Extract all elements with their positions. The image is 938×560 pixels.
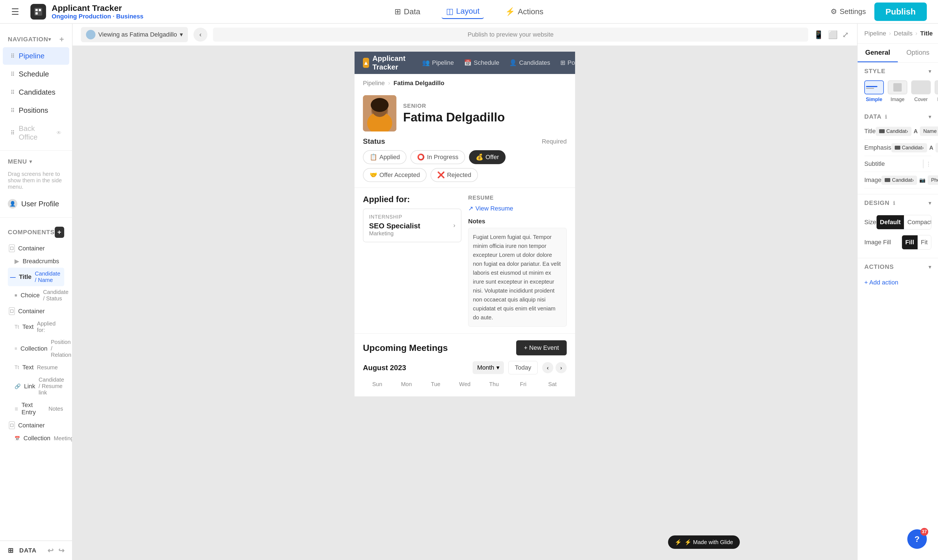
- status-pill-rejected[interactable]: ❌ Rejected: [431, 168, 478, 182]
- simple-preview: [864, 80, 884, 94]
- component-breadcrumbs[interactable]: ▶ Breadcrumbs: [8, 255, 64, 268]
- component-container-3[interactable]: □ Container: [8, 419, 64, 432]
- style-option-image[interactable]: Image: [888, 80, 907, 102]
- style-option-simple[interactable]: Simple: [864, 80, 884, 102]
- photo-icon: 📷: [919, 177, 926, 183]
- size-default[interactable]: Default: [876, 215, 904, 229]
- month-select[interactable]: Month ▾: [473, 361, 504, 374]
- tablet-icon[interactable]: ⬜: [828, 30, 838, 39]
- subtitle-input[interactable]: [923, 159, 924, 168]
- style-section-header: Style ▾: [858, 63, 938, 78]
- add-nav-icon[interactable]: +: [60, 35, 64, 44]
- back-arrow-button[interactable]: ‹: [194, 28, 208, 42]
- data-row-title: Title Candidat› A Name ▾: [864, 123, 931, 140]
- design-toggle[interactable]: ▾: [929, 200, 931, 206]
- add-action-button[interactable]: + Add action: [864, 276, 931, 289]
- style-toggle[interactable]: ▾: [929, 68, 931, 75]
- component-container-1[interactable]: □ Container: [8, 242, 64, 255]
- data-toggle[interactable]: ▾: [929, 113, 931, 120]
- notes-text[interactable]: Fugiat Lorem fugiat qui. Tempor minim of…: [468, 228, 567, 327]
- glide-badge[interactable]: ⚡ ⚡ Made with Glide: [668, 535, 740, 549]
- component-collection[interactable]: ≡ Collection Position / Relation: [8, 336, 64, 361]
- style-option-profile[interactable]: Profile: [935, 80, 938, 102]
- sidebar-item-pipeline[interactable]: ⠿ Pipeline: [3, 47, 69, 65]
- pipeline-nav-icon: 👥: [422, 59, 430, 66]
- image-photo-chip[interactable]: Photo ▾: [928, 175, 938, 185]
- component-collection-meetings[interactable]: 📅 Collection Meetings: [8, 432, 64, 445]
- settings-button[interactable]: ⚙ Settings: [830, 7, 866, 16]
- meetings-header: Upcoming Meetings + New Event: [363, 340, 567, 355]
- fullscreen-icon[interactable]: ⤢: [842, 30, 849, 39]
- svg-rect-0: [34, 8, 42, 15]
- publish-button[interactable]: Publish: [874, 3, 927, 21]
- cal-next-button[interactable]: ›: [555, 362, 567, 373]
- hamburger-icon[interactable]: ☰: [11, 6, 19, 17]
- cover-preview: [911, 80, 931, 94]
- today-button[interactable]: Today: [508, 361, 538, 374]
- new-event-button[interactable]: + New Event: [516, 340, 567, 355]
- nav-data[interactable]: ⊞ Data: [390, 5, 424, 18]
- preview-url[interactable]: Publish to preview your website: [213, 28, 808, 42]
- component-text-entry[interactable]: ≣ Text Entry Notes: [8, 398, 64, 419]
- container-icon: □: [9, 245, 15, 252]
- app-nav-pipeline[interactable]: 👥 Pipeline: [418, 57, 458, 69]
- component-container-2[interactable]: □ Container: [8, 305, 64, 318]
- redo-button[interactable]: ↪: [58, 546, 65, 555]
- add-component-icon[interactable]: +: [55, 227, 64, 238]
- breadcrumb-sep-2: ›: [915, 30, 917, 37]
- user-profile-item[interactable]: 👤 User Profile: [0, 195, 72, 213]
- nav-actions[interactable]: ⚡ Actions: [501, 5, 548, 18]
- emphasis-candidate-chip[interactable]: Candidat›: [891, 143, 927, 152]
- day-header-sun: Sun: [363, 379, 392, 390]
- calendar-controls: August 2023 Month ▾ Today ‹ ›: [363, 361, 567, 374]
- tab-general[interactable]: General: [858, 43, 898, 62]
- profile-photo: [363, 95, 397, 131]
- app-info: Applicant Tracker Ongoing Production · B…: [52, 3, 143, 20]
- component-text-resume[interactable]: Tt Text Resume: [8, 361, 64, 374]
- sidebar-item-candidates[interactable]: ⠿ Candidates: [3, 83, 69, 101]
- fill-fit[interactable]: Fit: [918, 235, 931, 249]
- menu-header[interactable]: Menu ▾: [8, 158, 64, 165]
- fill-fill[interactable]: Fill: [902, 235, 918, 249]
- image-candidate-chip[interactable]: Candidat›: [881, 175, 917, 185]
- app-name: Applicant Tracker: [52, 3, 143, 13]
- title-name-chip[interactable]: Name ▾: [920, 126, 938, 136]
- component-choice[interactable]: ■ Choice Candidate / Status: [8, 286, 64, 305]
- style-option-cover[interactable]: Cover: [911, 80, 931, 102]
- app-nav-schedule[interactable]: 📅 Schedule: [460, 57, 504, 69]
- chevron-down-icon: ▾: [48, 36, 51, 42]
- component-title[interactable]: — Title Candidate / Name: [8, 268, 64, 286]
- component-link[interactable]: 🔗 Link Candidate / Resume link: [8, 374, 64, 398]
- sidebar-item-schedule[interactable]: ⠿ Schedule: [3, 65, 69, 83]
- subtitle-menu-icon[interactable]: ⋮: [926, 160, 931, 167]
- left-sidebar: Navigation ▾ + ⠿ Pipeline ⠿ Schedule ⠿ C…: [0, 24, 72, 560]
- status-pill-in-progress[interactable]: ⭕ In Progress: [411, 150, 465, 164]
- rejected-icon: ❌: [437, 171, 445, 178]
- undo-button[interactable]: ↩: [48, 546, 54, 555]
- title-candidate-chip[interactable]: Candidat›: [876, 127, 912, 136]
- app-nav-candidates[interactable]: 👤 Candidates: [505, 57, 554, 69]
- viewer-badge[interactable]: Viewing as Fatima Delgadillo ▾: [81, 27, 188, 42]
- user-avatar: 👤: [8, 199, 17, 209]
- status-pill-applied[interactable]: 📋 Applied: [363, 150, 406, 164]
- status-pill-offer[interactable]: 💰 Offer: [469, 150, 506, 164]
- app-nav-positions[interactable]: ⊞ Positions: [556, 57, 575, 69]
- cal-prev-button[interactable]: ‹: [542, 362, 553, 373]
- data-section-header: Data ℹ ▾: [858, 108, 938, 123]
- tab-options[interactable]: Options: [898, 43, 938, 62]
- navigation-header[interactable]: Navigation ▾ +: [0, 32, 72, 47]
- actions-toggle[interactable]: ▾: [929, 263, 931, 270]
- profile-info: Senior Fatima Delgadillo: [403, 103, 505, 124]
- status-pill-offer-accepted[interactable]: 🤝 Offer Accepted: [363, 168, 427, 182]
- emphasis-level-chip[interactable]: Level ▾: [935, 143, 938, 152]
- sidebar-item-positions[interactable]: ⠿ Positions: [3, 102, 69, 119]
- view-resume-link[interactable]: ↗ View Resume: [468, 205, 567, 212]
- component-text-applied[interactable]: Tt Text Applied for:: [8, 318, 64, 336]
- mobile-icon[interactable]: 📱: [814, 30, 824, 39]
- nav-layout[interactable]: ◫ Layout: [441, 5, 484, 19]
- day-header-thu: Thu: [480, 379, 508, 390]
- day-header-fri: Fri: [509, 379, 538, 390]
- position-card[interactable]: Internship SEO Specialist Marketing ›: [363, 209, 461, 242]
- help-button[interactable]: ? 37: [907, 529, 927, 549]
- size-compact[interactable]: Compact: [904, 215, 931, 229]
